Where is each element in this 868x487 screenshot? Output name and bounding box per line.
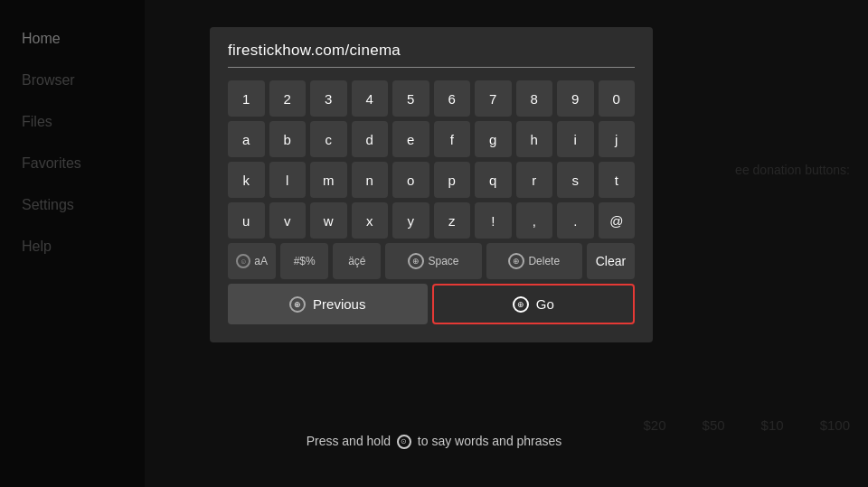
key-accents[interactable]: äçé: [333, 243, 381, 279]
space-icon: ⊕: [408, 253, 424, 269]
key-7[interactable]: 7: [475, 80, 512, 117]
key-space[interactable]: ⊕ Space: [385, 243, 481, 279]
key-0[interactable]: 0: [599, 80, 636, 117]
alpha-row-1: a b c d e f g h i j: [228, 121, 635, 157]
emoji-icon: ☺: [236, 254, 250, 268]
key-q[interactable]: q: [475, 162, 512, 198]
key-symbols[interactable]: #$%: [280, 243, 328, 279]
key-o[interactable]: o: [392, 162, 429, 198]
key-a[interactable]: a: [228, 121, 265, 157]
url-bar: firestickhow.com/cinema: [228, 42, 635, 68]
key-x[interactable]: x: [352, 202, 389, 239]
url-text: firestickhow.com/cinema: [228, 42, 401, 59]
key-v[interactable]: v: [269, 202, 307, 239]
number-row: 1 2 3 4 5 6 7 8 9 0: [228, 80, 635, 117]
key-t[interactable]: t: [599, 162, 636, 198]
alpha-row-2: k l m n o p q r s t: [228, 162, 635, 198]
special-row: ☺ aA #$% äçé ⊕ Space ⊕ Delete Clear: [228, 243, 635, 279]
key-exclaim[interactable]: !: [475, 202, 512, 239]
key-n[interactable]: n: [352, 162, 389, 198]
key-m[interactable]: m: [310, 162, 347, 198]
key-k[interactable]: k: [228, 162, 265, 198]
key-z[interactable]: z: [434, 202, 471, 239]
key-clear[interactable]: Clear: [587, 243, 635, 279]
key-s[interactable]: s: [557, 162, 594, 198]
alpha-row-3: u v w x y z ! , . @: [228, 202, 635, 239]
key-u[interactable]: u: [228, 202, 265, 239]
key-2[interactable]: 2: [269, 80, 307, 117]
key-comma[interactable]: ,: [516, 202, 553, 239]
key-6[interactable]: 6: [434, 80, 471, 117]
key-3[interactable]: 3: [310, 80, 347, 117]
previous-icon: ⊕: [289, 296, 306, 313]
key-5[interactable]: 5: [392, 80, 429, 117]
key-4[interactable]: 4: [352, 80, 389, 117]
key-1[interactable]: 1: [228, 80, 265, 117]
keyboard-dialog: firestickhow.com/cinema 1 2 3 4 5 6 7 8 …: [210, 27, 653, 342]
go-icon: ⊕: [513, 296, 529, 313]
key-b[interactable]: b: [269, 121, 307, 157]
key-h[interactable]: h: [516, 121, 553, 157]
key-f[interactable]: f: [434, 121, 471, 157]
key-g[interactable]: g: [475, 121, 512, 157]
key-8[interactable]: 8: [516, 80, 553, 117]
key-delete[interactable]: ⊕ Delete: [486, 243, 582, 279]
key-w[interactable]: w: [310, 202, 347, 239]
key-e[interactable]: e: [392, 121, 429, 157]
key-c[interactable]: c: [310, 121, 347, 157]
key-r[interactable]: r: [516, 162, 553, 198]
key-l[interactable]: l: [269, 162, 307, 198]
key-d[interactable]: d: [352, 121, 389, 157]
key-caps[interactable]: ☺ aA: [228, 243, 276, 279]
key-at[interactable]: @: [599, 202, 636, 239]
hint-icon: ⊙: [397, 435, 411, 449]
key-9[interactable]: 9: [557, 80, 594, 117]
key-i[interactable]: i: [557, 121, 594, 157]
hint-text: Press and hold ⊙ to say words and phrase…: [0, 434, 868, 449]
key-p[interactable]: p: [434, 162, 471, 198]
delete-icon: ⊕: [508, 253, 524, 269]
go-button[interactable]: ⊕ Go: [432, 284, 636, 324]
previous-button[interactable]: ⊕ Previous: [228, 284, 428, 324]
keyboard: 1 2 3 4 5 6 7 8 9 0 a b c d e f g h i j …: [228, 80, 635, 279]
key-period[interactable]: .: [557, 202, 594, 239]
key-j[interactable]: j: [599, 121, 636, 157]
action-row: ⊕ Previous ⊕ Go: [228, 284, 635, 324]
key-y[interactable]: y: [392, 202, 429, 239]
